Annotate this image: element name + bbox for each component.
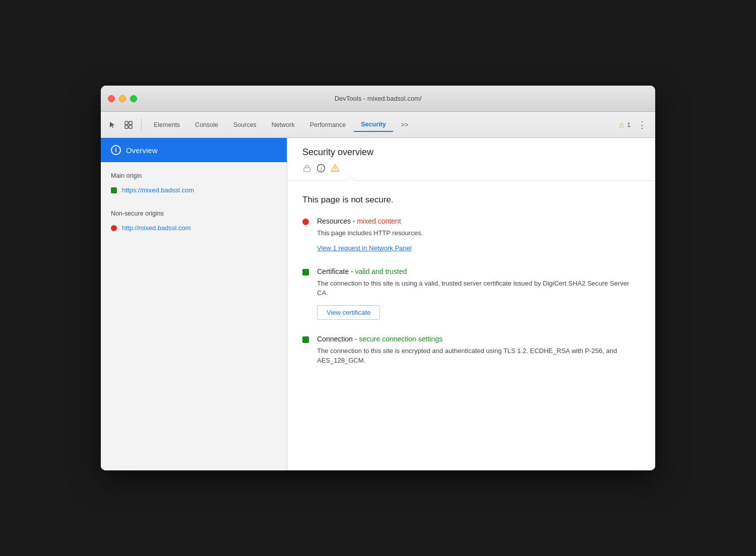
minimize-button[interactable] bbox=[119, 95, 126, 102]
warning-triangle-icon: ⚠ bbox=[618, 121, 625, 129]
svg-rect-2 bbox=[125, 125, 128, 128]
connection-status: secure connection settings bbox=[359, 335, 443, 343]
certificate-label: Certificate - bbox=[317, 267, 355, 275]
lock-icon bbox=[302, 164, 311, 175]
info-circle-icon: i bbox=[317, 164, 326, 175]
tab-sources[interactable]: Sources bbox=[226, 118, 264, 131]
certificate-desc: The connection to this site is using a v… bbox=[317, 279, 640, 298]
svg-rect-4 bbox=[304, 168, 310, 172]
inspector-icon[interactable] bbox=[122, 118, 135, 131]
toolbar-icons bbox=[106, 118, 142, 131]
not-secure-title: This page is not secure. bbox=[302, 195, 640, 205]
connection-desc: The connection to this site is encrypted… bbox=[317, 346, 640, 366]
nonsecure-origins-title: Non-secure origins bbox=[111, 210, 277, 217]
tab-more[interactable]: >> bbox=[394, 118, 416, 131]
security-overview-header: Security overview bbox=[287, 138, 655, 158]
warning-icon bbox=[331, 164, 340, 175]
resources-content: Resources - mixed content This page incl… bbox=[317, 217, 423, 252]
security-body: This page is not secure. Resources - mix… bbox=[287, 181, 655, 400]
overview-label: Overview bbox=[126, 146, 158, 155]
resources-indicator bbox=[302, 219, 309, 225]
view-certificate-button[interactable]: View certificate bbox=[317, 305, 380, 320]
warning-badge[interactable]: ⚠ 1 bbox=[618, 121, 631, 129]
window-title: DevTools - mixed.badssl.com/ bbox=[335, 95, 422, 102]
certificate-title: Certificate - valid and trusted bbox=[317, 267, 640, 275]
toolbar-right: ⚠ 1 ⋮ bbox=[618, 117, 650, 132]
resources-title: Resources - mixed content bbox=[317, 217, 423, 225]
sidebar: i Overview Main origin https://mixed.bad… bbox=[101, 138, 287, 470]
main-origin-section: Main origin https://mixed.badssl.com bbox=[101, 162, 287, 200]
connection-indicator bbox=[302, 336, 309, 343]
svg-point-8 bbox=[335, 170, 336, 171]
tab-network[interactable]: Network bbox=[265, 118, 302, 131]
certificate-indicator bbox=[302, 269, 309, 275]
tab-console[interactable]: Console bbox=[188, 118, 225, 131]
tab-security[interactable]: Security bbox=[354, 118, 393, 132]
certificate-status: valid and trusted bbox=[355, 267, 407, 275]
view-network-panel-link[interactable]: View 1 request in Network Panel bbox=[317, 244, 412, 252]
tab-performance[interactable]: Performance bbox=[303, 118, 353, 131]
svg-text:i: i bbox=[320, 166, 322, 172]
connection-label: Connection - bbox=[317, 335, 359, 343]
more-menu-button[interactable]: ⋮ bbox=[635, 117, 650, 132]
nonsecure-origins-section: Non-secure origins http://mixed.badssl.c… bbox=[101, 200, 287, 238]
warning-count: 1 bbox=[627, 121, 631, 128]
svg-rect-3 bbox=[129, 125, 132, 128]
connection-content: Connection - secure connection settings … bbox=[317, 335, 640, 371]
traffic-lights bbox=[108, 95, 137, 102]
overview-item[interactable]: i Overview bbox=[101, 138, 287, 162]
overview-info-icon: i bbox=[111, 145, 121, 155]
resources-desc: This page includes HTTP resources. bbox=[317, 228, 423, 238]
toolbar: Elements Console Sources Network Perform… bbox=[101, 112, 655, 138]
cursor-icon[interactable] bbox=[106, 118, 119, 131]
security-overview-title: Security overview bbox=[302, 147, 640, 158]
resources-status: mixed content bbox=[357, 217, 401, 225]
maximize-button[interactable] bbox=[130, 95, 137, 102]
resources-item: Resources - mixed content This page incl… bbox=[302, 217, 640, 252]
main-origin-title: Main origin bbox=[111, 172, 277, 179]
nonsecure-origin-indicator bbox=[111, 225, 117, 231]
tab-elements[interactable]: Elements bbox=[147, 118, 187, 131]
main-origin-link[interactable]: https://mixed.badssl.com bbox=[122, 186, 194, 194]
certificate-item: Certificate - valid and trusted The conn… bbox=[302, 267, 640, 320]
certificate-content: Certificate - valid and trusted The conn… bbox=[317, 267, 640, 320]
svg-rect-1 bbox=[129, 121, 132, 124]
close-button[interactable] bbox=[108, 95, 115, 102]
nonsecure-origin-item[interactable]: http://mixed.badssl.com bbox=[111, 222, 277, 234]
connection-item: Connection - secure connection settings … bbox=[302, 335, 640, 371]
security-panel: Security overview i bbox=[287, 138, 655, 470]
main-origin-item[interactable]: https://mixed.badssl.com bbox=[111, 184, 277, 196]
nonsecure-origin-link[interactable]: http://mixed.badssl.com bbox=[122, 224, 191, 232]
resources-label: Resources - bbox=[317, 217, 357, 225]
title-bar: DevTools - mixed.badssl.com/ bbox=[101, 86, 655, 112]
security-icons-row: i bbox=[287, 158, 655, 181]
devtools-window: DevTools - mixed.badssl.com/ Elements Co… bbox=[101, 86, 655, 470]
main-content: i Overview Main origin https://mixed.bad… bbox=[101, 138, 655, 470]
connection-title: Connection - secure connection settings bbox=[317, 335, 640, 343]
secure-origin-indicator bbox=[111, 187, 117, 193]
svg-rect-0 bbox=[125, 121, 128, 124]
